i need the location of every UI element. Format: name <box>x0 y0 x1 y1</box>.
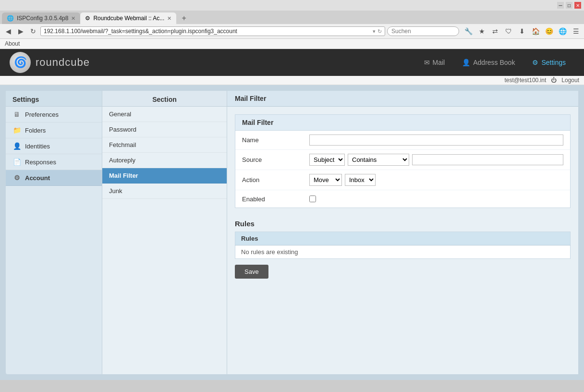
about-label: About <box>5 40 20 47</box>
action-select[interactable]: Move Copy Delete <box>309 174 342 186</box>
destination-select[interactable]: Inbox Spam Trash <box>345 174 376 186</box>
sidebar-item-folders-label: Folders <box>25 127 46 134</box>
address-text: 192.168.1.100/webmail/?_task=settings&_a… <box>44 28 373 35</box>
sidebar-item-identities[interactable]: 👤 Identities <box>6 138 102 154</box>
section-item-general[interactable]: General <box>102 107 227 122</box>
content-header: Mail Filter <box>227 91 578 107</box>
action-row: Action Move Copy Delete Inbox Spam Trash <box>235 170 570 190</box>
download-icon[interactable]: ⬇ <box>517 26 527 37</box>
user-email: test@test100.int <box>504 77 546 84</box>
back-button[interactable]: ◀ <box>3 26 13 37</box>
sidebar-item-folders[interactable]: 📁 Folders <box>6 122 102 138</box>
smile-icon[interactable]: 😊 <box>544 26 554 37</box>
rules-empty-row: No rules are existing <box>235 245 571 259</box>
rules-section: Rules Rules No rules are existing <box>235 216 571 259</box>
rules-action-col-1 <box>532 232 551 245</box>
section-panel: Section General Password Fetchmail Autor… <box>102 91 227 374</box>
sidebar-item-preferences[interactable]: 🖥 Preferences <box>6 107 102 122</box>
nav-address-book[interactable]: 👤 Address Book <box>453 55 523 70</box>
section-general-label: General <box>109 110 131 118</box>
nav-address-book-label: Address Book <box>473 59 515 66</box>
section-item-password[interactable]: Password <box>102 122 227 137</box>
tab-favicon-roundcube: ⚙ <box>85 15 90 22</box>
tab-bar: 🌐 ISPConfig 3.0.5.4p8 ✕ ⚙ Roundcube Webm… <box>0 11 584 24</box>
section-item-autoreply[interactable]: Autoreply <box>102 153 227 168</box>
sidebar-header: Settings <box>6 91 102 107</box>
save-area: Save <box>235 259 571 279</box>
address-bar-icons: ▾ ↻ <box>373 28 382 35</box>
nav-settings[interactable]: ⚙ Settings <box>523 55 574 70</box>
name-label: Name <box>242 136 309 144</box>
app-header: 🌀 roundcube ✉ Mail 👤 Address Book ⚙ Sett… <box>0 49 584 76</box>
about-bar: About <box>0 39 584 49</box>
name-input[interactable] <box>309 135 563 146</box>
content-panel: Mail Filter Mail Filter Name Source <box>227 91 578 374</box>
tools-icon[interactable]: 🔧 <box>463 26 474 37</box>
sidebar-item-account[interactable]: ⚙ Account <box>6 170 102 186</box>
section-item-junk[interactable]: Junk <box>102 184 227 199</box>
tab-close-roundcube[interactable]: ✕ <box>167 15 171 22</box>
enabled-checkbox[interactable] <box>309 196 316 202</box>
sidebar-item-preferences-label: Preferences <box>25 111 59 118</box>
title-bar: ─ □ ✕ <box>0 0 584 11</box>
preferences-icon: 🖥 <box>12 110 21 118</box>
name-control <box>309 135 563 146</box>
nav-mail-label: Mail <box>433 59 445 66</box>
tab-label-roundcube: Roundcube Webmail :: Ac... <box>93 15 164 22</box>
address-bar-row: ◀ ▶ ↻ 192.168.1.100/webmail/?_task=setti… <box>0 24 584 39</box>
mail-icon: ✉ <box>424 59 430 66</box>
search-input[interactable] <box>387 26 459 36</box>
enabled-control <box>309 196 563 202</box>
name-row: Name <box>235 131 570 150</box>
close-button[interactable]: ✕ <box>574 2 581 9</box>
refresh-icon: ↻ <box>377 28 382 35</box>
source-label: Source <box>242 156 309 163</box>
app-nav: ✉ Mail 👤 Address Book ⚙ Settings <box>415 55 574 70</box>
bookmark-icon[interactable]: ★ <box>476 26 487 37</box>
tab-ispconfig[interactable]: 🌐 ISPConfig 3.0.5.4p8 ✕ <box>2 12 80 24</box>
rules-title: Rules <box>235 216 571 232</box>
folders-icon: 📁 <box>12 126 21 134</box>
tab-favicon: 🌐 <box>7 15 14 22</box>
maximize-button[interactable]: □ <box>566 2 572 9</box>
source-select[interactable]: Subject From To Body <box>309 154 345 166</box>
tab-roundcube[interactable]: ⚙ Roundcube Webmail :: Ac... ✕ <box>80 12 176 24</box>
sync-icon[interactable]: ⇄ <box>490 26 500 37</box>
shield-icon[interactable]: 🛡 <box>503 26 514 37</box>
menu-icon[interactable]: ☰ <box>571 26 581 37</box>
forward-button[interactable]: ▶ <box>15 26 26 37</box>
toolbar-icons: 🔧 ★ ⇄ 🛡 ⬇ 🏠 😊 🌐 ☰ <box>463 26 581 37</box>
new-tab-button[interactable]: + <box>178 12 190 24</box>
rules-action-col-2 <box>551 232 571 245</box>
tab-close-ispconfig[interactable]: ✕ <box>71 15 75 22</box>
nav-mail[interactable]: ✉ Mail <box>415 55 454 70</box>
contains-select[interactable]: Contains Does not contain Is Is not <box>348 154 409 166</box>
source-value-input[interactable] <box>412 154 563 165</box>
main-area: Settings 🖥 Preferences 📁 Folders 👤 Ident… <box>0 85 584 380</box>
enabled-label: Enabled <box>242 196 309 203</box>
globe-icon[interactable]: 🌐 <box>557 26 568 37</box>
responses-icon: 📄 <box>12 158 21 166</box>
logo-icon: 🌀 <box>10 52 31 73</box>
user-bar: test@test100.int ⏻ Logout <box>0 76 584 85</box>
sidebar: Settings 🖥 Preferences 📁 Folders 👤 Ident… <box>6 91 102 374</box>
identities-icon: 👤 <box>12 142 21 150</box>
section-junk-label: Junk <box>109 187 122 195</box>
source-control: Subject From To Body Contains Does not c… <box>309 154 563 166</box>
form-section-title: Mail Filter <box>235 115 570 131</box>
reload-button[interactable]: ↻ <box>28 26 38 37</box>
sidebar-item-responses[interactable]: 📄 Responses <box>6 154 102 170</box>
app-logo: 🌀 roundcube <box>10 52 90 73</box>
save-button[interactable]: Save <box>235 265 268 279</box>
address-bar[interactable]: 192.168.1.100/webmail/?_task=settings&_a… <box>40 26 385 36</box>
logout-link[interactable]: Logout <box>561 77 579 84</box>
section-item-fetchmail[interactable]: Fetchmail <box>102 137 227 153</box>
home-icon[interactable]: 🏠 <box>530 26 541 37</box>
sidebar-item-account-label: Account <box>25 174 50 182</box>
address-book-icon: 👤 <box>462 59 470 66</box>
action-control: Move Copy Delete Inbox Spam Trash <box>309 174 563 186</box>
minimize-button[interactable]: ─ <box>557 2 564 9</box>
section-header: Section <box>102 91 227 107</box>
section-autoreply-label: Autoreply <box>109 157 135 164</box>
section-item-mailfilter[interactable]: Mail Filter <box>102 168 227 184</box>
